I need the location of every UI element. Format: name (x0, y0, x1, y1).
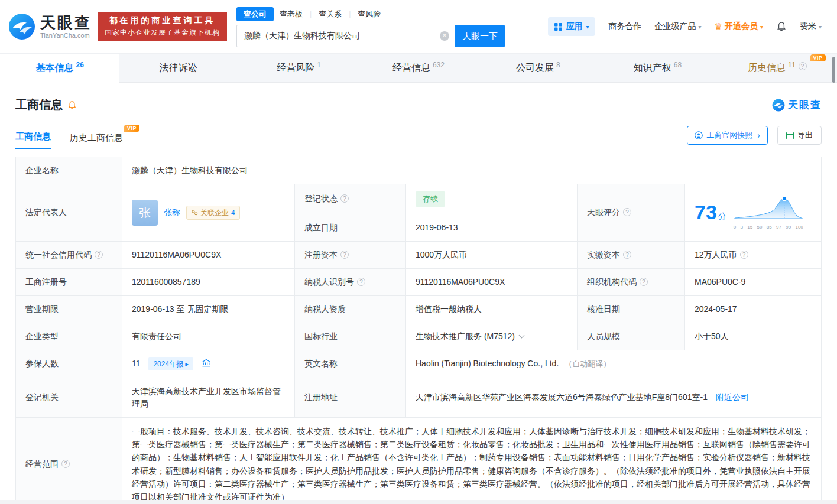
official-snapshot-button[interactable]: 工商官网快照 › (687, 126, 768, 145)
search-button[interactable]: 天眼一下 (455, 25, 505, 47)
tab-count: 8 (556, 61, 560, 69)
staff-size-label: 人员规模 (578, 323, 685, 350)
legal-rep-avatar[interactable]: 张 (132, 200, 158, 226)
reg-capital-value: 1000万人民币 (406, 241, 578, 268)
crown-icon: ♛ (714, 21, 722, 32)
status-badge: 存续 (416, 191, 445, 207)
annual-report-badge[interactable]: 2024年报 ▸ (148, 357, 193, 370)
tab-basic-info[interactable]: 基本信息 26 (0, 54, 119, 83)
score-unit: 分 (718, 212, 726, 221)
help-icon[interactable]: ? (623, 208, 631, 216)
credit-code-value: 91120116MA06PU0C9X (122, 241, 295, 268)
tab-operation-info[interactable]: 经营信息 632 (359, 54, 478, 82)
tab-operation-risk[interactable]: 经营风险 1 (239, 54, 359, 82)
subscribe-bell-button[interactable] (67, 100, 77, 110)
related-companies-icon (191, 209, 198, 216)
export-button[interactable]: 导出 (777, 126, 822, 145)
reg-address-value: 天津市滨海高新区华苑产业区海泰发展六道6号海泰绿色产业基地F座8门601室-1 … (406, 378, 822, 417)
tab-label: 知识产权 (634, 62, 671, 74)
reg-authority-value: 天津滨海高新技术产业开发区市场监督管理局 (122, 378, 295, 417)
company-section-tabs: 基本信息 26 法律诉讼 经营风险 1 经营信息 632 公司发展 8 知识产权… (0, 53, 837, 83)
reg-status-value: 存续 (406, 184, 578, 214)
tab-label: 公司发展 (516, 62, 554, 74)
subtab-business-info[interactable]: 工商信息 (15, 131, 51, 149)
divider: | (349, 10, 351, 18)
table-row: 企业类型 有限责任公司 国标行业 生物技术推广服务 (M7512) 人员规模 小… (16, 323, 822, 350)
nearby-companies-link[interactable]: 附近公司 (716, 392, 749, 402)
business-scope-value: 一般项目：技术服务、技术开发、技术咨询、技术交流、技术转让、技术推广；人体干细胞… (122, 417, 822, 504)
chevron-down-icon: ▾ (698, 24, 701, 30)
main-content: 工商信息 天眼查 工商信息 VIP 历史工商信息 (0, 97, 837, 504)
help-icon[interactable]: ? (640, 278, 648, 286)
search-input[interactable] (244, 31, 436, 41)
related-companies-badge[interactable]: 关联企业 4 (186, 206, 240, 220)
english-name-value: Haolin (Tianjin) Biotechnology Co., Ltd.… (406, 350, 822, 378)
help-icon[interactable]: ? (799, 62, 807, 70)
insured-count-label: 参保人数 (16, 350, 122, 378)
chevron-down-icon: ▾ (819, 24, 822, 30)
help-icon[interactable]: ? (340, 194, 349, 203)
tab-history-info[interactable]: VIP 历史信息 11 ? (718, 54, 837, 82)
table-row: 企业名称 灏麟（天津）生物科技有限公司 (16, 157, 822, 184)
section-title: 工商信息 (15, 97, 63, 113)
username: 费米 (800, 21, 816, 32)
taxpayer-quality-label: 纳税人资质 (295, 295, 406, 323)
tab-intellectual-property[interactable]: 知识产权 68 (598, 54, 717, 82)
annual-report-label: 2024年报 (153, 359, 183, 369)
tab-company-development[interactable]: 公司发展 8 (478, 54, 598, 82)
help-icon[interactable]: ? (340, 251, 349, 259)
tab-legal-proceedings[interactable]: 法律诉讼 (119, 54, 239, 82)
business-cooperation-link[interactable]: 商务合作 (608, 21, 641, 32)
tab-count: 11 (788, 61, 795, 69)
tab-label: 经营信息 (392, 62, 430, 74)
tab-label: 历史信息 (748, 62, 786, 74)
approval-date-label: 核准日期 (578, 295, 685, 323)
search-tab-company[interactable]: 查公司 (236, 7, 274, 21)
help-icon[interactable]: ? (623, 251, 631, 259)
user-menu[interactable]: 费米 ▾ (800, 21, 822, 32)
industry-label: 国标行业 (295, 323, 406, 350)
help-icon[interactable]: ? (61, 460, 70, 468)
reg-authority-label: 登记机关 (16, 378, 122, 417)
score-label: 天眼评分? (578, 184, 685, 242)
help-icon[interactable]: ? (95, 251, 103, 259)
approval-date-value: 2024-05-17 (685, 295, 822, 323)
search-tab-relations[interactable]: 查关系 (313, 7, 348, 21)
table-row: 工商注册号 120116000857189 纳税人识别号? 91120116MA… (16, 268, 822, 295)
table-row: 统一社会信用代码? 91120116MA06PU0C9X 注册资本? 1000万… (16, 241, 822, 268)
establish-date-label: 成立日期 (295, 214, 406, 241)
brand-domain: TianYanCha.com (40, 32, 92, 39)
help-icon[interactable]: ? (357, 278, 365, 286)
tianyancha-logo[interactable]: 天眼查 TianYanCha.com (8, 13, 92, 40)
search-tab-risk[interactable]: 查风险 (352, 7, 387, 21)
taxpayer-quality-value: 增值税一般纳税人 (406, 295, 578, 323)
page-bottom-divider (0, 500, 837, 504)
clear-search-icon[interactable]: × (440, 31, 449, 41)
bell-icon (776, 21, 787, 32)
open-vip-label: 开通会员 (725, 21, 758, 32)
enterprise-products-link[interactable]: 企业级产品 ▾ (654, 21, 701, 32)
reg-address-label: 注册地址 (295, 378, 406, 417)
scrollbar-thumb[interactable] (832, 57, 835, 83)
annual-report-archive-icon[interactable] (202, 359, 211, 368)
establish-date-value: 2019-06-13 (406, 214, 578, 241)
legal-rep-name-link[interactable]: 张称 (164, 206, 180, 219)
search-tab-boss[interactable]: 查老板 (274, 7, 309, 21)
arrow-right-icon: ▸ (185, 359, 189, 369)
excel-export-icon (786, 132, 794, 139)
reg-status-label: 登记状态? (295, 184, 406, 214)
expand-chevron-icon[interactable] (519, 332, 525, 338)
watermark-label: 天眼查 (788, 98, 822, 112)
staff-size-value: 小于50人 (685, 323, 822, 350)
tab-label: 基本信息 (35, 62, 73, 74)
bell-icon (67, 100, 77, 110)
subtab-history-business-info[interactable]: VIP 历史工商信息 (70, 132, 123, 149)
notifications-button[interactable] (776, 21, 787, 32)
open-vip-button[interactable]: ♛ 开通会员 ▾ (714, 21, 763, 32)
apps-menu-button[interactable]: 应用 ▾ (548, 17, 595, 36)
tab-count: 68 (674, 61, 682, 69)
score-chart[interactable]: 031550859799100 (734, 194, 803, 231)
related-companies-count: 4 (231, 207, 235, 218)
help-icon[interactable]: ? (740, 251, 748, 259)
tianyancha-watermark: 天眼查 (772, 98, 822, 112)
